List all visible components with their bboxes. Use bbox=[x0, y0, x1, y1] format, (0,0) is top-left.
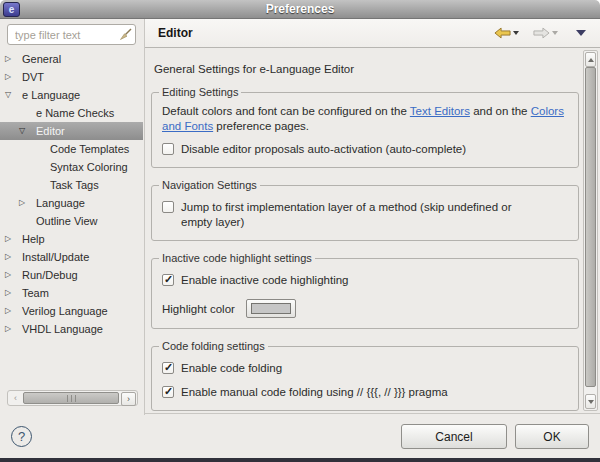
down-arrow-icon bbox=[588, 400, 594, 404]
checkbox-label: Enable code folding bbox=[181, 361, 282, 376]
highlight-color-label: Highlight color bbox=[162, 303, 235, 315]
tree-item-label: Team bbox=[22, 287, 49, 299]
tree-item-label: Run/Debug bbox=[22, 269, 78, 281]
group-title: Editing Settings bbox=[159, 86, 241, 98]
tree-item-label: DVT bbox=[22, 71, 44, 83]
tree-item-label: Install/Update bbox=[22, 251, 89, 263]
tree-item-run-debug[interactable]: Run/Debug bbox=[0, 266, 143, 284]
settings-content: General Settings for e-Language Editor E… bbox=[151, 48, 579, 411]
forward-arrow-icon bbox=[533, 27, 550, 39]
twisty-collapsed-icon[interactable] bbox=[5, 230, 22, 248]
description-text: and on the bbox=[470, 105, 531, 117]
preferences-dialog: e Preferences General DVT e Language bbox=[0, 0, 600, 462]
group-navigation-settings: Navigation Settings Jump to first implem… bbox=[151, 185, 579, 241]
window-titlebar[interactable]: e Preferences bbox=[0, 0, 600, 19]
jump-to-first-layer-checkbox-row[interactable]: Jump to first implementation layer of a … bbox=[162, 200, 570, 230]
window-title: Preferences bbox=[0, 2, 600, 16]
back-button[interactable] bbox=[492, 26, 521, 40]
checkbox-label: Jump to first implementation layer of a … bbox=[181, 200, 526, 230]
scroll-down-button[interactable] bbox=[585, 394, 596, 409]
tree-item-team[interactable]: Team bbox=[0, 284, 143, 302]
tree-item-e-language[interactable]: e Language bbox=[0, 86, 143, 104]
tree-item-install-update[interactable]: Install/Update bbox=[0, 248, 143, 266]
tree-item-syntax-coloring[interactable]: Syntax Coloring bbox=[0, 158, 143, 176]
checkbox-icon[interactable] bbox=[162, 143, 174, 155]
text-editors-link[interactable]: Text Editors bbox=[410, 105, 470, 117]
enable-manual-folding-checkbox-row[interactable]: Enable manual code folding using // {{{,… bbox=[162, 385, 570, 400]
tree-item-label: Language bbox=[36, 197, 85, 209]
horizontal-scrollbar-thumb[interactable] bbox=[23, 392, 119, 404]
tree-item-editor[interactable]: Editor bbox=[0, 122, 143, 140]
ok-button[interactable]: OK bbox=[515, 424, 589, 449]
settings-scroll-area: General Settings for e-Language Editor E… bbox=[145, 48, 600, 414]
twisty-collapsed-icon[interactable] bbox=[5, 68, 22, 86]
twisty-expanded-icon[interactable] bbox=[5, 86, 22, 104]
scrollbar-grip bbox=[67, 395, 76, 402]
page-nav-icons bbox=[492, 26, 590, 40]
color-swatch bbox=[251, 303, 291, 314]
checkbox-icon[interactable] bbox=[162, 274, 174, 286]
tree-item-label: e Language bbox=[22, 89, 80, 101]
twisty-collapsed-icon[interactable] bbox=[5, 266, 22, 284]
tree-item-e-name-checks[interactable]: e Name Checks bbox=[0, 104, 143, 122]
help-button[interactable]: ? bbox=[11, 426, 32, 447]
twisty-collapsed-icon[interactable] bbox=[5, 302, 22, 320]
tree-item-label: Code Templates bbox=[50, 143, 129, 155]
checkbox-label: Enable inactive code highlighting bbox=[181, 273, 349, 288]
filter-input[interactable] bbox=[13, 28, 119, 42]
twisty-collapsed-icon[interactable] bbox=[19, 194, 36, 212]
page-header: Editor bbox=[145, 19, 600, 48]
description-text: Default colors and font can be configure… bbox=[162, 105, 410, 117]
up-arrow-icon bbox=[588, 58, 594, 62]
clear-filter-broom-icon[interactable] bbox=[119, 28, 132, 41]
preferences-tree: General DVT e Language e Name Checks Edi… bbox=[0, 50, 143, 338]
tree-item-help[interactable]: Help bbox=[0, 230, 143, 248]
tree-item-label: General bbox=[22, 53, 61, 65]
tree-item-code-templates[interactable]: Code Templates bbox=[0, 140, 143, 158]
enable-code-folding-checkbox-row[interactable]: Enable code folding bbox=[162, 361, 570, 376]
twisty-collapsed-icon[interactable] bbox=[5, 248, 22, 266]
scroll-up-button[interactable] bbox=[585, 52, 596, 67]
twisty-collapsed-icon[interactable] bbox=[5, 50, 22, 68]
dialog-button-bar: ? Cancel OK bbox=[0, 415, 600, 458]
twisty-collapsed-icon[interactable] bbox=[5, 284, 22, 302]
tree-horizontal-scrollbar[interactable]: ‹ › bbox=[7, 390, 138, 406]
editing-settings-description: Default colors and font can be configure… bbox=[162, 104, 570, 134]
tree-item-outline-view[interactable]: Outline View bbox=[0, 212, 143, 230]
tree-item-dvt[interactable]: DVT bbox=[0, 68, 143, 86]
scroll-right-button[interactable]: › bbox=[121, 392, 136, 406]
enable-inactive-highlight-checkbox-row[interactable]: Enable inactive code highlighting bbox=[162, 273, 570, 288]
checkbox-icon[interactable] bbox=[162, 362, 174, 374]
preferences-sidebar: General DVT e Language e Name Checks Edi… bbox=[0, 19, 143, 410]
tree-item-label: VHDL Language bbox=[22, 323, 103, 335]
cancel-button[interactable]: Cancel bbox=[401, 424, 507, 449]
group-title: Inactive code highlight settings bbox=[159, 252, 315, 264]
tree-item-label: Outline View bbox=[36, 215, 98, 227]
twisty-expanded-icon[interactable] bbox=[19, 122, 36, 140]
group-inactive-code-highlight: Inactive code highlight settings Enable … bbox=[151, 258, 579, 329]
preference-page-panel: Editor General Settings bbox=[144, 19, 600, 415]
page-description: General Settings for e-Language Editor bbox=[154, 63, 579, 75]
tree-item-verilog-language[interactable]: Verilog Language bbox=[0, 302, 143, 320]
filter-box bbox=[7, 24, 136, 45]
back-history-chevron-icon bbox=[513, 31, 519, 35]
checkbox-icon[interactable] bbox=[162, 201, 174, 213]
tree-item-label: Editor bbox=[36, 125, 65, 137]
scroll-left-button[interactable]: ‹ bbox=[9, 392, 22, 404]
checkbox-label: Enable manual code folding using // {{{,… bbox=[181, 385, 448, 400]
forward-button[interactable] bbox=[531, 26, 560, 40]
svg-text:e: e bbox=[9, 4, 15, 15]
tree-item-language[interactable]: Language bbox=[0, 194, 143, 212]
tree-item-vhdl-language[interactable]: VHDL Language bbox=[0, 320, 143, 338]
tree-item-general[interactable]: General bbox=[0, 50, 143, 68]
vertical-scrollbar-thumb[interactable] bbox=[585, 67, 596, 387]
forward-history-chevron-icon bbox=[552, 31, 558, 35]
settings-vertical-scrollbar[interactable] bbox=[583, 50, 598, 411]
twisty-collapsed-icon[interactable] bbox=[5, 320, 22, 338]
checkbox-icon[interactable] bbox=[162, 386, 174, 398]
tree-item-task-tags[interactable]: Task Tags bbox=[0, 176, 143, 194]
highlight-color-picker-button[interactable] bbox=[246, 299, 296, 318]
description-text: preference pages. bbox=[213, 120, 309, 132]
disable-proposals-checkbox-row[interactable]: Disable editor proposals auto-activation… bbox=[162, 142, 570, 157]
view-menu-icon[interactable] bbox=[576, 30, 586, 36]
